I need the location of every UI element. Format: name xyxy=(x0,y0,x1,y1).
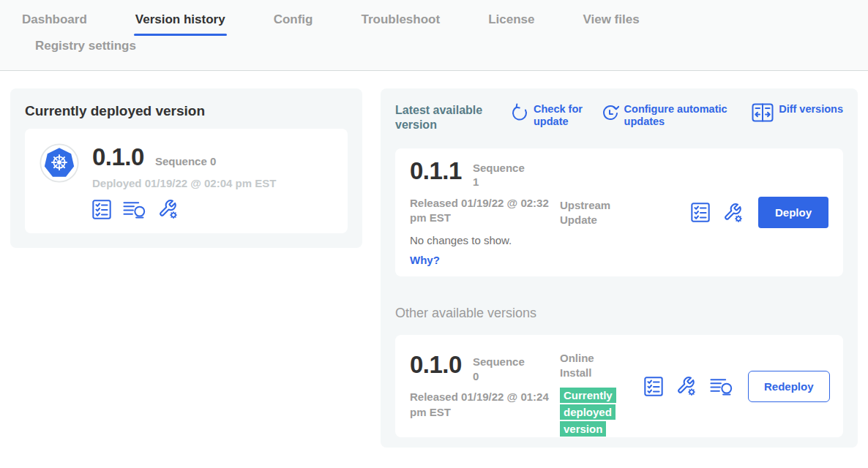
currently-deployed-badge-wrap: Currently deployed version xyxy=(560,387,620,438)
configure-automatic-updates-label: Configure automatic updates xyxy=(624,103,743,129)
kubernetes-logo-icon xyxy=(40,143,79,183)
preflight-checks-icon[interactable] xyxy=(644,377,663,396)
latest-released-timestamp: Released 01/19/22 @ 02:32 pm EST xyxy=(410,196,553,226)
deployed-timestamp: Deployed 01/19/22 @ 02:04 pm EST xyxy=(92,177,276,189)
auto-update-clock-icon xyxy=(602,103,619,124)
nav-row-1: Dashboard Version history Config Trouble… xyxy=(0,0,868,36)
header-actions: Check for update Configure automatic upd… xyxy=(498,103,843,129)
latest-version-number: 0.1.1 xyxy=(410,159,462,183)
other-available-versions-heading: Other available versions xyxy=(395,306,843,321)
edit-config-icon[interactable] xyxy=(676,376,697,396)
nav-row-2: Registry settings xyxy=(0,36,868,53)
other-released-timestamp: Released 01/19/22 @ 01:24 pm EST xyxy=(410,390,553,420)
diff-versions-label: Diff versions xyxy=(779,103,843,116)
other-version-number: 0.1.0 xyxy=(410,352,462,377)
latest-source-label: Upstream Update xyxy=(560,198,622,227)
tab-license[interactable]: License xyxy=(488,12,534,36)
currently-deployed-title: Currently deployed version xyxy=(25,103,348,119)
preflight-checks-icon[interactable] xyxy=(691,203,710,222)
latest-available-title: Latest available version xyxy=(395,103,498,132)
tab-registry-settings[interactable]: Registry settings xyxy=(35,39,868,53)
deployed-version-card: 0.1.0 Sequence 0 Deployed 01/19/22 @ 02:… xyxy=(25,129,348,233)
check-for-update-label: Check for update xyxy=(534,103,592,129)
deployed-version-body: 0.1.0 Sequence 0 Deployed 01/19/22 @ 02:… xyxy=(92,143,276,219)
tab-view-files[interactable]: View files xyxy=(583,12,639,36)
view-logs-icon[interactable] xyxy=(710,377,733,396)
other-source-column: Online Install Currently deployed versio… xyxy=(560,347,644,438)
edit-config-icon[interactable] xyxy=(723,203,744,223)
latest-sequence-label: Sequence 1 xyxy=(473,159,525,189)
tab-troubleshoot[interactable]: Troubleshoot xyxy=(361,12,440,36)
preflight-checks-icon[interactable] xyxy=(92,200,111,219)
top-navigation: Dashboard Version history Config Trouble… xyxy=(0,0,868,71)
version-history-page: Dashboard Version history Config Trouble… xyxy=(0,0,868,468)
other-sequence-label: Sequence 0 xyxy=(473,352,525,383)
no-changes-text: No changes to show. xyxy=(410,234,560,246)
currently-deployed-badge: Currently deployed version xyxy=(560,388,616,437)
edit-config-icon[interactable] xyxy=(158,199,179,219)
view-logs-icon[interactable] xyxy=(123,200,146,219)
tab-version-history[interactable]: Version history xyxy=(135,12,225,36)
deployed-version-number: 0.1.0 xyxy=(92,145,144,169)
why-link[interactable]: Why? xyxy=(410,254,560,266)
diff-versions-link[interactable]: Diff versions xyxy=(752,103,843,129)
diff-icon xyxy=(752,103,774,122)
deploy-button[interactable]: Deploy xyxy=(758,197,828,228)
configure-automatic-updates-link[interactable]: Configure automatic updates xyxy=(602,103,743,129)
other-version-card: 0.1.0 Sequence 0 Released 01/19/22 @ 01:… xyxy=(395,335,843,437)
latest-version-card: 0.1.1 Sequence 1 Released 01/19/22 @ 02:… xyxy=(395,148,843,276)
deployed-sequence-label: Sequence 0 xyxy=(155,155,216,167)
latest-available-header: Latest available version Check for updat… xyxy=(395,103,843,132)
refresh-icon xyxy=(511,103,528,122)
tab-dashboard[interactable]: Dashboard xyxy=(22,12,87,36)
other-source-label: Online Install xyxy=(560,351,622,380)
tab-config[interactable]: Config xyxy=(274,12,313,36)
redeploy-button[interactable]: Redeploy xyxy=(748,371,830,402)
check-for-update-link[interactable]: Check for update xyxy=(511,103,592,129)
other-version-info: 0.1.0 Sequence 0 Released 01/19/22 @ 01:… xyxy=(410,352,560,420)
currently-deployed-panel: Currently deployed version 0.1.0 Sequenc… xyxy=(10,88,362,248)
latest-source-column: Upstream Update xyxy=(560,160,644,227)
latest-available-panel: Latest available version Check for updat… xyxy=(381,88,858,448)
latest-version-info: 0.1.1 Sequence 1 Released 01/19/22 @ 02:… xyxy=(410,159,560,267)
